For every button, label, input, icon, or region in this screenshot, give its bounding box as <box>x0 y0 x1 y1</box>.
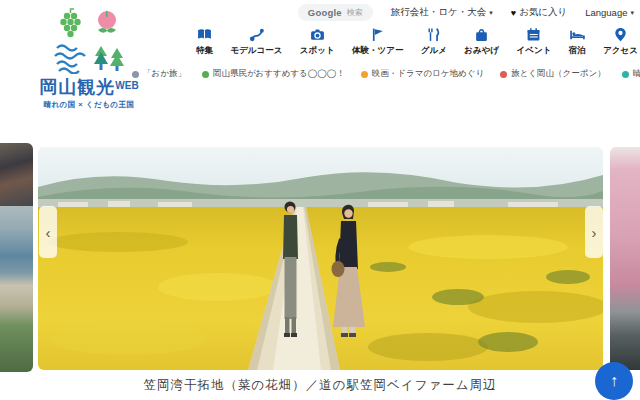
carousel-prev-button[interactable]: ‹ <box>39 206 57 258</box>
bag-icon <box>474 27 489 42</box>
chevron-right-icon: › <box>592 224 597 241</box>
nav-item-modelcourse[interactable]: モデルコース <box>230 27 282 57</box>
quick-link-label: 映画・ドラマのロケ地めぐり <box>372 68 484 80</box>
nav-item-gourmet[interactable]: グルメ <box>421 27 447 57</box>
quick-link-loke[interactable]: 映画・ドラマのロケ地めぐり <box>361 68 484 80</box>
prev-slide-coast-image <box>0 206 33 372</box>
person-left <box>283 202 298 338</box>
slide-caption: 笠岡湾干拓地（菜の花畑）／道の駅笠岡ベイファーム周辺 <box>0 377 640 394</box>
quick-link-label: 晴れシェルジュ <box>633 68 640 80</box>
page: Google 検索 旅行会社・ロケ・大会 ▾ ♥ お気に入り Language … <box>0 0 640 400</box>
chevron-down-icon: ▾ <box>489 9 493 17</box>
calendar-icon <box>526 27 541 42</box>
quick-link-label: 旅とく岡山（クーポン） <box>511 68 606 80</box>
heart-icon: ♥ <box>511 8 516 18</box>
hero-slide[interactable] <box>38 147 603 370</box>
nav-item-taiken[interactable]: 体験・ツアー <box>352 27 403 57</box>
flag-icon <box>370 27 385 42</box>
quick-link-kenmin[interactable]: 岡山県民がおすすめする◯◯◯！ <box>202 68 345 80</box>
carousel-next-button[interactable]: › <box>585 206 603 258</box>
logo-title: 岡山観光WEB <box>39 78 138 96</box>
quick-links: 「おか旅」岡山県民がおすすめする◯◯◯！映画・ドラマのロケ地めぐり旅とく岡山（ク… <box>132 68 638 80</box>
arrow-up-icon: ↑ <box>610 373 618 389</box>
chevron-left-icon: ‹ <box>46 224 51 241</box>
camera-icon <box>310 27 325 42</box>
route-icon <box>249 27 264 42</box>
nav-item-label: 体験・ツアー <box>352 45 403 57</box>
nav-item-spot[interactable]: スポット <box>300 27 335 57</box>
nav-item-label: イベント <box>517 45 552 57</box>
nav-item-label: 宿泊 <box>569 45 586 57</box>
quick-link-hare[interactable]: 晴れシェルジュ <box>622 68 640 80</box>
pin-icon <box>613 27 628 42</box>
nav-item-shukuhaku[interactable]: 宿泊 <box>569 27 586 57</box>
nav-item-label: 特集 <box>196 45 213 57</box>
nav-item-label: アクセス <box>603 45 638 57</box>
google-logo: Google <box>308 7 342 18</box>
favorites-link[interactable]: ♥ お気に入り <box>511 6 568 19</box>
carousel-prev-slide-thumb[interactable] <box>0 143 33 372</box>
carousel-next-slide-thumb[interactable] <box>610 147 640 370</box>
nav-item-label: おみやげ <box>464 45 499 57</box>
book-icon <box>197 27 212 42</box>
bullet-dot-icon <box>500 71 507 78</box>
language-menu[interactable]: Language ▾ <box>585 7 634 18</box>
prev-slide-person-image <box>0 143 33 206</box>
search-label: 検索 <box>347 7 363 18</box>
nav-item-label: スポット <box>300 45 335 57</box>
chevron-down-icon: ▾ <box>630 9 634 17</box>
nav-item-tokushu[interactable]: 特集 <box>196 27 213 57</box>
logo-pictograms <box>49 8 129 74</box>
google-search-box[interactable]: Google 検索 <box>298 4 373 21</box>
nav-item-label: グルメ <box>421 45 447 57</box>
site-logo[interactable]: 岡山観光WEB 晴れの国 × くだもの王国 <box>28 8 150 110</box>
cutlery-icon <box>426 27 441 42</box>
quick-link-label: 岡山県民がおすすめする◯◯◯！ <box>213 68 345 80</box>
nav-item-access[interactable]: アクセス <box>603 27 638 57</box>
top-utility-bar: Google 検索 旅行会社・ロケ・大会 ▾ ♥ お気に入り Language … <box>298 4 634 21</box>
agency-menu[interactable]: 旅行会社・ロケ・大会 ▾ <box>391 6 493 19</box>
logo-tagline: 晴れの国 × くだもの王国 <box>43 100 134 110</box>
hero-flower-field-image <box>38 147 603 370</box>
bullet-dot-icon <box>361 71 368 78</box>
bed-icon <box>570 27 585 42</box>
nav-item-label: モデルコース <box>230 45 282 57</box>
bullet-dot-icon <box>622 71 629 78</box>
main-nav: 特集モデルコーススポット体験・ツアーグルメおみやげイベント宿泊アクセス <box>196 27 638 57</box>
quick-link-tabitoku[interactable]: 旅とく岡山（クーポン） <box>500 68 606 80</box>
bullet-dot-icon <box>202 71 209 78</box>
nav-item-omiyage[interactable]: おみやげ <box>464 27 499 57</box>
nav-item-event[interactable]: イベント <box>517 27 552 57</box>
back-to-top-button[interactable]: ↑ <box>595 362 633 400</box>
